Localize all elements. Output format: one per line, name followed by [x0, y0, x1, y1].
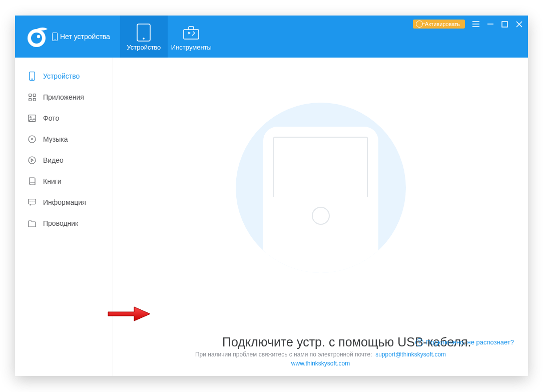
sidebar-item-label: Фото: [43, 114, 59, 122]
not-recognized-link[interactable]: ? Подключено, не распознает?: [415, 338, 514, 346]
connect-illustration: [236, 103, 406, 273]
app-logo-icon: [24, 24, 49, 49]
sidebar-item-label: Устройство: [43, 72, 80, 80]
folder-icon: [28, 219, 36, 227]
sidebar-item-label: Проводник: [43, 219, 78, 227]
sidebar-item-music[interactable]: Музыка: [15, 129, 113, 150]
svg-rect-5: [184, 30, 199, 39]
activate-label: Активировать: [425, 21, 460, 27]
no-device-text: Нет устройства: [60, 33, 110, 41]
svg-point-19: [30, 201, 30, 201]
app-window: Нет устройства Устройство Инструменты Ак…: [15, 16, 528, 376]
svg-rect-18: [29, 199, 36, 204]
sidebar-item-label: Приложения: [43, 93, 84, 101]
sidebar-item-label: Информация: [43, 198, 86, 206]
no-device-label: Нет устройства: [52, 33, 110, 41]
svg-point-15: [29, 136, 36, 143]
svg-point-2: [37, 35, 40, 38]
title-bar: Нет устройства Устройство Инструменты Ак…: [15, 16, 528, 58]
sidebar-item-books[interactable]: Книги: [15, 171, 113, 192]
question-icon: ?: [415, 338, 423, 346]
svg-point-1: [31, 33, 42, 44]
sidebar-item-info[interactable]: Информация: [15, 192, 113, 213]
help-link-label: Подключено, не распознает?: [426, 338, 514, 346]
svg-rect-10: [33, 94, 36, 96]
sidebar-item-explorer[interactable]: Проводник: [15, 213, 113, 234]
toolbox-icon: [181, 23, 201, 43]
svg-rect-6: [502, 22, 507, 27]
tab-device-label: Устройство: [127, 44, 161, 51]
key-icon: [416, 21, 423, 28]
sidebar-item-device[interactable]: Устройство: [15, 66, 113, 87]
sidebar: Устройство Приложения Фото Музыка Видео: [15, 58, 113, 376]
svg-point-20: [32, 201, 32, 201]
tablet-icon: [134, 23, 154, 43]
svg-point-16: [32, 139, 33, 140]
svg-point-17: [29, 157, 36, 164]
svg-point-8: [32, 79, 33, 80]
svg-point-14: [30, 117, 32, 118]
phone-icon: [52, 33, 58, 41]
tab-device[interactable]: Устройство: [120, 16, 168, 58]
window-controls: Активировать: [413, 20, 523, 29]
apps-icon: [28, 93, 36, 101]
photo-icon: [28, 114, 36, 122]
logo-area: Нет устройства: [15, 16, 120, 58]
device-icon: [28, 72, 36, 80]
support-email-link[interactable]: support@thinkskysoft.com: [375, 351, 446, 358]
footer-text: При наличии проблем свяжитесь с нами по …: [195, 351, 372, 358]
tab-tools-label: Инструменты: [171, 44, 212, 51]
sidebar-item-photos[interactable]: Фото: [15, 108, 113, 129]
cable-graphic: [314, 235, 328, 273]
svg-rect-9: [29, 94, 31, 96]
tab-tools[interactable]: Инструменты: [168, 16, 215, 58]
svg-point-4: [143, 38, 145, 40]
site-link[interactable]: www.thinkskysoft.com: [113, 360, 528, 367]
maximize-button[interactable]: [501, 21, 508, 28]
sidebar-item-video[interactable]: Видео: [15, 150, 113, 171]
footer: При наличии проблем свяжитесь с нами по …: [113, 351, 528, 367]
svg-rect-12: [33, 98, 36, 101]
music-icon: [28, 135, 36, 143]
svg-point-21: [34, 201, 34, 201]
activate-button[interactable]: Активировать: [413, 20, 465, 29]
video-icon: [28, 156, 36, 164]
sidebar-item-label: Книги: [43, 177, 62, 185]
sidebar-item-label: Видео: [43, 156, 64, 164]
minimize-button[interactable]: [486, 21, 494, 28]
menu-button[interactable]: [472, 21, 479, 28]
info-icon: [28, 198, 36, 206]
sidebar-item-apps[interactable]: Приложения: [15, 87, 113, 108]
sidebar-item-label: Музыка: [43, 135, 68, 143]
main-pane: Подключите устр. с помощью USB-кабеля. ?…: [113, 58, 528, 376]
book-icon: [28, 177, 36, 185]
svg-rect-11: [29, 98, 31, 101]
close-button[interactable]: [515, 21, 523, 28]
